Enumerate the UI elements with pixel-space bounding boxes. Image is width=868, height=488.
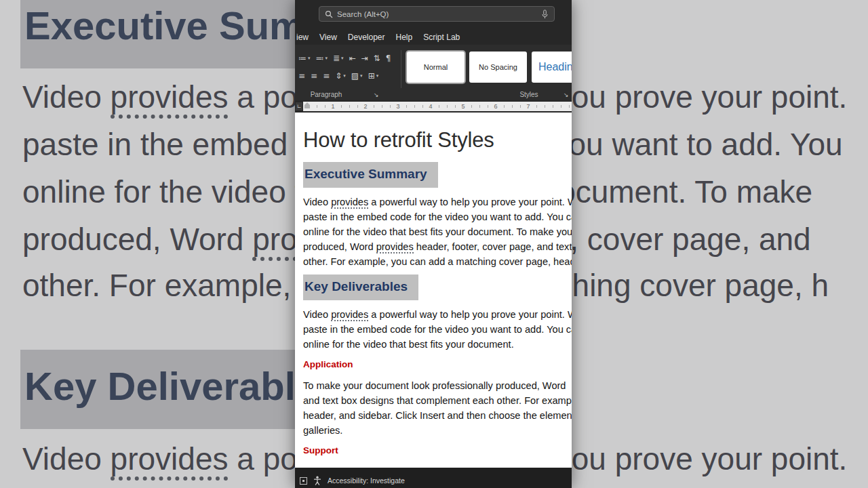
dropdown-caret-icon: ▾: [308, 56, 311, 61]
doc-paragraph: Video provides a powerful way to help yo…: [303, 307, 572, 352]
numbering-button[interactable]: ≕▾: [314, 52, 330, 65]
bullets-icon: ≔: [298, 54, 307, 63]
doc-line: produced, Word provides header, footer, …: [303, 239, 572, 254]
video-frame: Executive Summary Video provides a power…: [0, 0, 868, 488]
styles-group-label: Styles: [498, 91, 559, 98]
style-card-no-spacing[interactable]: No Spacing: [469, 52, 527, 83]
ruler-number: 3: [395, 102, 401, 110]
accessibility-status-button[interactable]: Accessibility: Investigate: [328, 476, 405, 485]
doc-paragraph: Video provides a powerful way to help yo…: [303, 195, 572, 269]
style-card-label: Normal: [424, 63, 448, 71]
align-right-button[interactable]: ≡: [321, 69, 332, 83]
line-spacing-button[interactable]: ⇕▾: [333, 69, 348, 83]
tab-view[interactable]: View: [319, 33, 337, 42]
text-run: Video: [303, 309, 331, 320]
shading-button[interactable]: ▨▾: [349, 69, 365, 83]
dropdown-caret-icon: ▾: [360, 73, 363, 79]
align-left-button[interactable]: ≡: [296, 69, 307, 83]
indent-marker-handle[interactable]: [304, 102, 310, 108]
text-run: paste in the embed code for the video yo…: [303, 211, 572, 222]
numbering-icon: ≕: [316, 54, 324, 63]
text-run: produced, Word: [22, 222, 252, 257]
doc-line: galleries.: [303, 423, 572, 438]
borders-icon: ⊞: [368, 71, 375, 81]
word-window: Search (Alt+Q) iew View Developer Help S…: [295, 0, 572, 488]
paragraph-group-row-1: ≔▾≕▾≣▾⇤⇥⇅¶: [296, 52, 393, 65]
doc-subheading-support: Support: [303, 445, 572, 456]
style-card-normal[interactable]: Normal: [407, 52, 465, 83]
align-center-button[interactable]: ≡: [309, 69, 319, 83]
tab-developer[interactable]: Developer: [348, 33, 385, 42]
flagged-word: provides: [111, 79, 229, 119]
doc-paragraph: To make your document look professionall…: [303, 378, 572, 438]
ruler-number: 4: [427, 102, 433, 110]
text-run: a powerful way to help you prove your po…: [368, 197, 572, 207]
ruler-strip[interactable]: 1 2 3 4 5 6 7: [303, 102, 572, 111]
left-indent-icon: [304, 105, 310, 108]
show-formatting-marks-button[interactable]: ¶: [384, 52, 393, 65]
title-bar: Search (Alt+Q): [295, 0, 572, 30]
sort-button[interactable]: ⇅: [372, 52, 382, 65]
doc-line: online for the video that best fits your…: [303, 337, 572, 352]
search-placeholder: Search (Alt+Q): [337, 10, 389, 18]
bullets-button[interactable]: ≔▾: [296, 52, 313, 65]
doc-line: Video provides a powerful way to help yo…: [303, 307, 572, 322]
doc-line: paste in the embed code for the video yo…: [303, 322, 572, 337]
status-bar: Accessibility: Investigate: [295, 468, 572, 488]
flagged-word: provides: [331, 197, 368, 209]
show-formatting-marks-icon: ¶: [386, 54, 391, 63]
style-card-label: No Spacing: [479, 63, 517, 71]
align-left-icon: ≡: [298, 71, 305, 81]
decrease-indent-button[interactable]: ⇤: [347, 52, 358, 65]
tab-review-partial[interactable]: iew: [296, 33, 309, 42]
styles-dialog-launcher-icon[interactable]: ↘: [564, 92, 569, 98]
line-spacing-icon: ⇕: [335, 71, 342, 81]
doc-heading-key-deliverables: Key Deliverables: [303, 274, 418, 300]
text-run: other. For example, you can add a matchi…: [303, 256, 572, 267]
text-run: online for the video that best fits your…: [303, 339, 514, 350]
text-run: Video: [303, 197, 331, 207]
borders-button[interactable]: ⊞▾: [366, 69, 381, 83]
search-box[interactable]: Search (Alt+Q): [319, 6, 555, 22]
text-run: Video: [22, 441, 111, 476]
search-icon: [325, 10, 333, 18]
tab-script-lab[interactable]: Script Lab: [423, 33, 460, 42]
paragraph-group-row-2: ≡≡≡⇕▾▨▾⊞▾: [296, 69, 380, 83]
ruler-number: 5: [460, 102, 466, 110]
text-run: header, and sidebar. Click Insert and th…: [303, 410, 572, 421]
text-run: and text box designs that complement eac…: [303, 395, 572, 406]
ribbon: ≔▾≕▾≣▾⇤⇥⇅¶ ≡≡≡⇕▾▨▾⊞▾ Normal No Spacing H…: [295, 45, 572, 100]
sort-icon: ⇅: [374, 54, 380, 63]
doc-title: How to retrofit Styles: [303, 127, 572, 154]
ribbon-tabs: iew View Developer Help Script Lab: [295, 30, 572, 45]
dictate-button[interactable]: [541, 9, 549, 19]
tab-help[interactable]: Help: [396, 33, 413, 42]
flagged-word: provides: [111, 441, 229, 481]
style-card-heading1[interactable]: Heading: [532, 52, 572, 83]
text-run: galleries.: [303, 425, 342, 436]
text-run: Key Deliverables: [24, 364, 339, 408]
macro-record-icon[interactable]: [300, 477, 307, 485]
document-page[interactable]: How to retrofit Styles Executive Summary…: [295, 113, 572, 468]
doc-line: paste in the embed code for the video yo…: [303, 209, 572, 224]
tab-selector-icon[interactable]: ∟: [296, 102, 302, 110]
ruler-number: 2: [362, 102, 368, 110]
increase-indent-button[interactable]: ⇥: [359, 52, 370, 65]
doc-line: To make your document look professionall…: [303, 378, 572, 393]
align-right-icon: ≡: [323, 71, 330, 81]
group-divider: [401, 50, 401, 88]
dropdown-caret-icon: ▾: [376, 73, 379, 79]
multilevel-list-button[interactable]: ≣▾: [331, 52, 346, 65]
align-center-icon: ≡: [311, 71, 317, 81]
multilevel-list-icon: ≣: [333, 54, 340, 63]
flagged-word: provides: [376, 241, 414, 253]
text-run: a powerful way to help you prove your po…: [368, 309, 572, 320]
doc-line: and text box designs that complement eac…: [303, 393, 572, 408]
microphone-icon: [541, 9, 549, 19]
paragraph-dialog-launcher-icon[interactable]: ↘: [374, 92, 379, 98]
doc-subheading-application: Application: [303, 359, 572, 370]
ruler[interactable]: ∟ 1 2 3 4 5 6 7: [295, 100, 572, 113]
doc-line: other. For example, you can add a matchi…: [303, 254, 572, 269]
ruler-number: 7: [525, 102, 531, 110]
dropdown-caret-icon: ▾: [326, 56, 328, 61]
